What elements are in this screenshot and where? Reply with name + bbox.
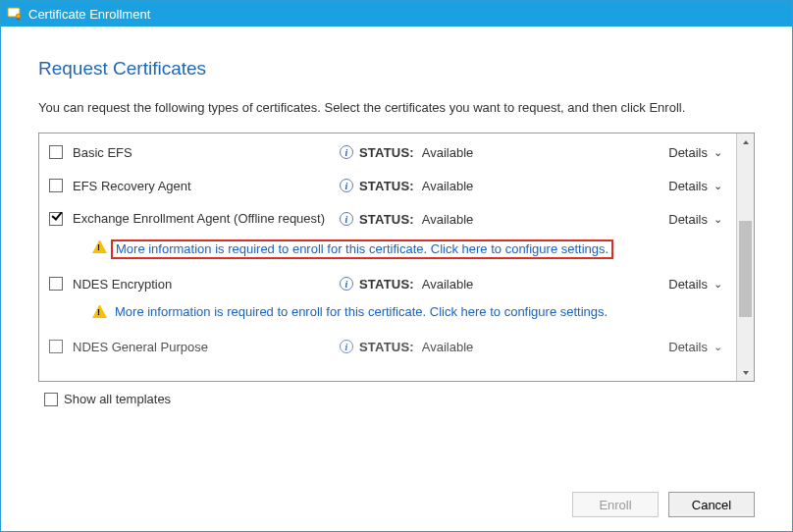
cert-status: iSTATUS:Available xyxy=(340,145,654,160)
cert-row[interactable]: Exchange Enrollment Agent (Offline reque… xyxy=(39,202,736,236)
status-label: STATUS: xyxy=(359,179,414,193)
cert-row[interactable]: NDES General PurposeiSTATUS:AvailableDet… xyxy=(39,327,736,360)
dialog-footer: Enroll Cancel xyxy=(38,474,755,517)
info-icon: i xyxy=(340,277,353,291)
cert-status: iSTATUS:Available xyxy=(340,179,654,193)
info-icon: i xyxy=(340,145,353,159)
cert-status: iSTATUS:Available xyxy=(340,340,654,354)
show-all-row[interactable]: Show all templates xyxy=(40,392,755,406)
info-icon: i xyxy=(340,340,353,353)
cert-name: EFS Recovery Agent xyxy=(73,179,340,193)
cert-icon xyxy=(7,6,23,22)
details-label: Details xyxy=(668,277,708,292)
show-all-checkbox[interactable] xyxy=(44,393,58,406)
svg-point-1 xyxy=(16,14,21,19)
scroll-up-icon[interactable] xyxy=(737,133,754,150)
details-label: Details xyxy=(668,212,708,227)
status-label: STATUS: xyxy=(359,212,414,227)
details-toggle[interactable]: Details⌄ xyxy=(668,277,726,292)
cert-row[interactable]: NDES EncryptioniSTATUS:AvailableDetails⌄ xyxy=(39,267,736,300)
status-value: Available xyxy=(422,145,474,160)
cert-status: iSTATUS:Available xyxy=(340,277,654,292)
titlebar: Certificate Enrollment xyxy=(1,1,792,27)
scrollbar-track[interactable] xyxy=(737,150,754,364)
chevron-down-icon: ⌄ xyxy=(714,213,722,226)
cancel-button[interactable]: Cancel xyxy=(668,492,755,517)
warning-icon xyxy=(92,240,107,253)
cert-name: NDES General Purpose xyxy=(73,340,340,354)
cert-row[interactable]: EFS Recovery AgentiSTATUS:AvailableDetai… xyxy=(39,169,736,202)
details-label: Details xyxy=(668,179,708,193)
chevron-down-icon: ⌄ xyxy=(714,278,722,291)
chevron-down-icon: ⌄ xyxy=(714,146,722,159)
content-area: Request Certificates You can request the… xyxy=(1,27,792,531)
status-value: Available xyxy=(422,277,474,292)
status-label: STATUS: xyxy=(359,340,414,354)
status-value: Available xyxy=(422,179,474,193)
status-label: STATUS: xyxy=(359,277,414,292)
show-all-label: Show all templates xyxy=(64,392,171,406)
info-icon: i xyxy=(340,212,353,226)
cert-name: Basic EFS xyxy=(73,145,340,160)
configure-link[interactable]: More information is required to enroll f… xyxy=(111,239,613,259)
details-toggle[interactable]: Details⌄ xyxy=(668,145,726,160)
cert-warning[interactable]: More information is required to enroll f… xyxy=(39,236,736,267)
status-value: Available xyxy=(422,340,474,354)
chevron-down-icon: ⌄ xyxy=(714,341,722,353)
certificate-list-inner: Basic EFSiSTATUS:AvailableDetails⌄EFS Re… xyxy=(39,133,737,381)
cert-checkbox[interactable] xyxy=(49,340,63,353)
cert-name: NDES Encryption xyxy=(73,277,340,292)
details-label: Details xyxy=(668,340,708,354)
info-icon: i xyxy=(340,179,353,192)
warning-icon xyxy=(92,305,107,318)
cert-checkbox[interactable] xyxy=(49,179,63,192)
details-label: Details xyxy=(668,145,708,160)
cert-status: iSTATUS:Available xyxy=(340,212,654,227)
scrollbar-thumb[interactable] xyxy=(739,221,752,317)
page-title: Request Certificates xyxy=(38,58,755,80)
details-toggle[interactable]: Details⌄ xyxy=(668,212,726,227)
cert-checkbox[interactable] xyxy=(49,145,63,159)
configure-link[interactable]: More information is required to enroll f… xyxy=(115,304,608,319)
details-toggle[interactable]: Details⌄ xyxy=(668,340,726,354)
cert-name: Exchange Enrollment Agent (Offline reque… xyxy=(73,211,340,227)
status-label: STATUS: xyxy=(359,145,414,160)
status-value: Available xyxy=(422,212,474,227)
cert-warning[interactable]: More information is required to enroll f… xyxy=(39,300,736,327)
window: Certificate Enrollment Request Certifica… xyxy=(0,0,793,532)
page-subtext: You can request the following types of c… xyxy=(38,99,755,117)
cert-checkbox[interactable] xyxy=(49,212,63,226)
cert-row[interactable]: Basic EFSiSTATUS:AvailableDetails⌄ xyxy=(39,135,736,169)
scrollbar[interactable] xyxy=(737,133,754,381)
scroll-down-icon[interactable] xyxy=(737,364,754,381)
details-toggle[interactable]: Details⌄ xyxy=(668,179,726,193)
chevron-down-icon: ⌄ xyxy=(714,180,722,192)
enroll-button[interactable]: Enroll xyxy=(572,492,659,517)
certificate-list: Basic EFSiSTATUS:AvailableDetails⌄EFS Re… xyxy=(38,133,755,382)
cert-checkbox[interactable] xyxy=(49,277,63,291)
window-title: Certificate Enrollment xyxy=(28,7,150,22)
